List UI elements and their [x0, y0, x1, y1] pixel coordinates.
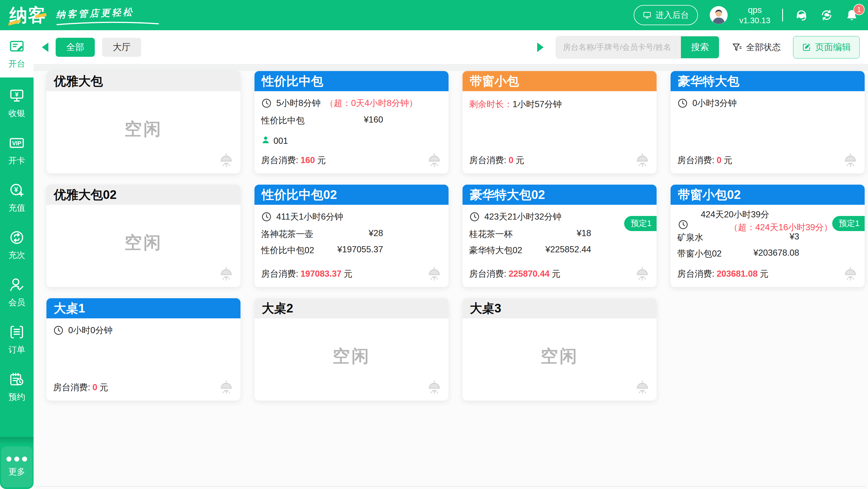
more-dots-icon [6, 457, 27, 462]
consumption-label: 房台消费: [677, 155, 714, 165]
avatar[interactable] [710, 6, 727, 24]
tab-label: 大厅 [113, 41, 131, 54]
tab-1[interactable]: 大厅 [102, 38, 141, 57]
room-card[interactable]: 豪华特大包 0小时3分钟 房台消费:0元 [671, 71, 865, 174]
room-card[interactable]: 大桌3 空闲 [463, 298, 657, 401]
notification-badge: 1 [854, 4, 865, 15]
room-card-body: 空闲 [463, 318, 657, 401]
top-header: 纳客 纳客管店更轻松 进入后台 [0, 0, 868, 30]
notification-bell-icon[interactable]: 1 [845, 8, 859, 22]
app-version: v1.30.13 [739, 16, 770, 26]
consumption-label: 房台消费: [469, 155, 506, 165]
clock-icon [677, 98, 688, 109]
edit-icon [802, 42, 811, 52]
consumption-row: 房台消费:0元 [677, 154, 733, 166]
lamp-icon[interactable] [218, 266, 234, 282]
clock-icon [261, 212, 272, 222]
consumption-row: 房台消费:160元 [261, 154, 326, 166]
room-card[interactable]: 豪华特大包02 423天21小时32分钟 桂花茶一杯¥18豪华特大包02¥225… [463, 185, 657, 287]
room-card[interactable]: 优雅大包 空闲 [46, 71, 241, 174]
room-name: 大桌3 [470, 300, 501, 317]
sidebar-item-7[interactable]: 预约 [0, 365, 34, 409]
room-card-header: 大桌3 [463, 298, 657, 318]
room-card[interactable]: 大桌2 空闲 [254, 298, 448, 401]
page-edit-button[interactable]: 页面编辑 [793, 36, 860, 58]
tabs-scroll-left-icon[interactable] [42, 42, 49, 52]
page-edit-label: 页面编辑 [815, 41, 851, 54]
svg-text:¥: ¥ [14, 186, 18, 193]
duration-row: 0小时0分钟 [53, 325, 234, 336]
order-items: 性价比中包¥160 [261, 115, 442, 126]
lamp-icon[interactable] [634, 152, 650, 169]
sidebar-item-1[interactable]: ¥ 收银 [0, 82, 34, 125]
remaining-time-row: 剩余时长： 1小时57分钟 [469, 98, 650, 110]
sidebar-item-4[interactable]: 充次 [0, 223, 34, 267]
reservation-badge: 预定1 [624, 216, 657, 231]
sidebar-item-3[interactable]: ¥ 充值 [0, 176, 34, 220]
lamp-icon[interactable] [634, 266, 650, 282]
recharge-times-icon [9, 230, 25, 247]
toolbar-right: 搜索 全部状态 页面编辑 [537, 36, 860, 58]
room-card[interactable]: 优雅大包02 空闲 [46, 185, 241, 287]
order-item-row: 性价比中包¥160 [261, 115, 383, 126]
idle-status-text: 空闲 [124, 231, 162, 254]
room-card-body: 424天20小时39分 （超：424天16小时39分） 矿泉水¥3带窗小包02¥… [671, 205, 865, 287]
sidebar-item-5[interactable]: 会员 [0, 271, 34, 314]
lamp-icon[interactable] [218, 379, 234, 396]
order-item-row: 洛神花茶一壶¥28 [261, 228, 383, 240]
room-name: 豪华特大包 [678, 73, 739, 90]
search-button[interactable]: 搜索 [681, 36, 719, 58]
order-item-row: 性价比中包02¥197055.37 [261, 245, 383, 256]
search-input[interactable] [556, 36, 681, 58]
room-card[interactable]: 带窗小包02 424天20小时39分 （超：424天16小时39分） 矿泉水¥3… [671, 185, 865, 287]
consumption-label: 房台消费: [53, 383, 90, 392]
room-card-header: 大桌2 [254, 298, 448, 318]
tabs-scroll-right-icon[interactable] [537, 42, 544, 52]
tab-0[interactable]: 全部 [56, 38, 95, 57]
remaining-time-value: 1小时57分钟 [513, 98, 562, 110]
sidebar-item-more[interactable]: 更多 [1, 447, 32, 487]
idle-status-text: 空闲 [333, 344, 371, 368]
consumption-label: 房台消费: [677, 269, 714, 279]
sidebar-scroll-shadow [0, 437, 34, 445]
idle-status-text: 空闲 [124, 117, 162, 141]
idle-status-text: 空闲 [540, 344, 579, 368]
room-board: 优雅大包 空闲 性价比中包 5小时8分钟 （超：0天4小时8分钟） 性价比中包¥… [34, 64, 868, 489]
room-card[interactable]: 性价比中包 5小时8分钟 （超：0天4小时8分钟） 性价比中包¥160 001 … [254, 71, 448, 174]
enter-backstage-button[interactable]: 进入后台 [634, 5, 698, 25]
sidebar-item-label: 会员 [8, 297, 25, 308]
status-filter-label: 全部状态 [746, 41, 781, 53]
username: qps [739, 5, 770, 16]
clock-icon [469, 212, 480, 222]
room-card[interactable]: 性价比中包02 411天1小时6分钟 洛神花茶一壶¥28性价比中包02¥1970… [254, 185, 448, 287]
lamp-icon[interactable] [426, 266, 442, 282]
order-item-row: 带窗小包02¥203678.08 [677, 248, 799, 259]
order-item-row: 豪华特大包02¥225852.44 [469, 245, 591, 256]
sidebar-item-label: 订单 [8, 344, 25, 356]
consumption-label: 房台消费: [261, 269, 299, 279]
sidebar-item-6[interactable]: 订单 [0, 318, 34, 362]
item-price: ¥18 [577, 228, 591, 240]
room-name: 带窗小包02 [678, 187, 741, 203]
lamp-icon[interactable] [426, 152, 442, 169]
room-card[interactable]: 带窗小包 剩余时长： 1小时57分钟 房台消费:0元 [463, 71, 657, 174]
user-info[interactable]: qps v1.30.13 [739, 5, 770, 26]
room-card-body: 411天1小时6分钟 洛神花茶一壶¥28性价比中包02¥197055.37 房台… [254, 205, 448, 287]
clock-icon [53, 325, 64, 336]
room-card-header: 性价比中包02 [254, 185, 448, 205]
lamp-icon[interactable] [842, 152, 859, 169]
status-filter[interactable]: 全部状态 [732, 41, 781, 53]
lamp-icon[interactable] [634, 379, 650, 396]
customer-service-icon[interactable] [795, 8, 808, 22]
sync-icon[interactable] [820, 8, 833, 22]
room-card-header: 豪华特大包 [671, 71, 865, 91]
consumption-unit: 元 [344, 269, 352, 279]
duration-row: 0小时3分钟 [677, 97, 858, 109]
item-price: ¥3 [790, 232, 799, 243]
lamp-icon[interactable] [218, 152, 234, 169]
sidebar-item-0[interactable]: 开台 [0, 30, 34, 78]
lamp-icon[interactable] [426, 379, 442, 396]
lamp-icon[interactable] [842, 266, 859, 282]
room-card[interactable]: 大桌1 0小时0分钟 房台消费:0元 [46, 298, 241, 401]
sidebar-item-2[interactable]: VIP 开卡 [0, 129, 34, 173]
